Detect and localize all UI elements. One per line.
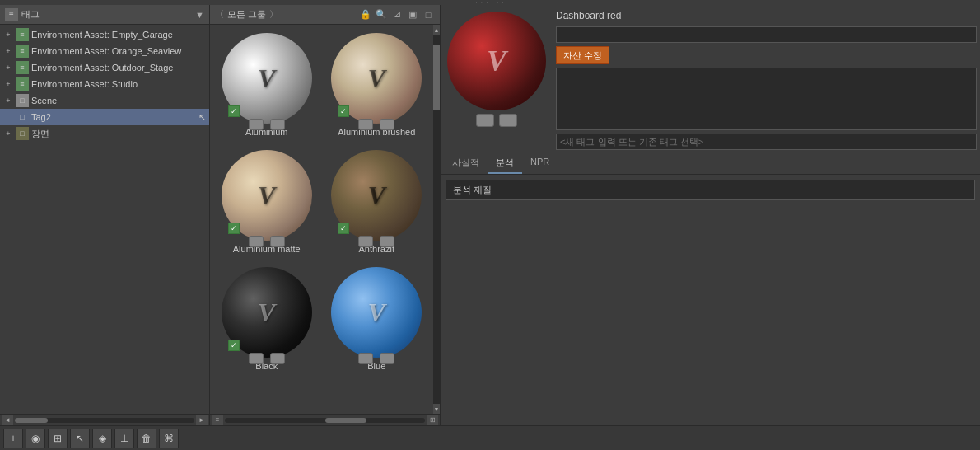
preview-sphere: V: [447, 12, 546, 110]
tree-item-env-outdoor[interactable]: + ≡ Environment Asset: Outdoor_Stage: [0, 59, 209, 76]
preview-area: V: [441, 5, 553, 153]
folder-icon: □: [16, 127, 29, 140]
left-panel-scrollbar: ◄ ►: [0, 414, 209, 425]
material-thumb-wrapper-blue: V: [331, 267, 422, 358]
material-item-anthrazit[interactable]: V ✓ Anthrazit: [325, 147, 429, 257]
toolbar-paint-btn[interactable]: ◈: [92, 429, 112, 448]
tree-item-scene[interactable]: + □ Scene: [0, 92, 209, 109]
sphere-foot-left: [358, 236, 373, 247]
sphere-foot-right: [380, 236, 394, 247]
expand-icon[interactable]: □: [422, 8, 435, 21]
middle-panel: 〈 모든 그룹 〉 🔒 🔍 ⊿ ▣ □ V: [210, 5, 441, 425]
tree-item-env-studio[interactable]: + ≡ Environment Asset: Studio: [0, 76, 209, 92]
middle-bottom-bar: ≡ ⊞: [210, 414, 440, 425]
expand-btn[interactable]: +: [3, 46, 13, 56]
filter-icon[interactable]: ⊿: [390, 8, 404, 21]
checkmark-black: ✓: [228, 340, 240, 351]
header-icons: 🔒 🔍 ⊿ ▣ □: [359, 8, 435, 21]
grid-view-btn[interactable]: ≡: [212, 415, 223, 426]
material-thumb-wrapper-aluminium: V ✓: [222, 33, 312, 124]
material-grid: V ✓ Aluminium: [213, 28, 430, 376]
scroll-thumb: [433, 45, 440, 110]
prop-title: Dashboard red: [556, 8, 977, 23]
env-icon: ≡: [16, 77, 29, 91]
properties-area: Dashboard red 자산 수정: [553, 5, 980, 153]
sphere-foot-left: [358, 353, 373, 364]
material-item-aluminium-matte[interactable]: V ✓ Aluminium matte: [215, 147, 319, 257]
tab-analysis[interactable]: 분석: [488, 153, 522, 174]
expand-btn[interactable]: +: [3, 129, 13, 138]
sphere-feet-black: [249, 353, 285, 364]
expand-btn[interactable]: +: [3, 30, 13, 40]
scroll-track[interactable]: [15, 418, 194, 423]
lock-icon[interactable]: 🔒: [359, 8, 372, 21]
tab-npr[interactable]: NPR: [522, 153, 558, 174]
middle-content: V ✓ Aluminium: [210, 25, 440, 414]
env-icon: ≡: [16, 28, 29, 41]
material-thumb-wrapper-anthrazit: V ✓: [331, 150, 422, 241]
scroll-left-arrow[interactable]: ◄: [2, 415, 13, 426]
tab-facts[interactable]: 사실적: [444, 153, 488, 174]
save-asset-button[interactable]: 자산 수정: [556, 46, 609, 64]
scene-icon: □: [16, 94, 29, 107]
sphere-feet-aluminium: [249, 119, 285, 130]
tree-item-jangmyeon[interactable]: + □ 장면: [0, 125, 209, 142]
scroll-right-arrow[interactable]: ►: [196, 415, 208, 426]
material-item-black[interactable]: V ✓ Black: [215, 264, 319, 374]
expand-btn[interactable]: [3, 112, 13, 122]
tree-label-env-studio: Environment Asset: Studio: [31, 79, 206, 89]
material-item-aluminium[interactable]: V ✓ Aluminium: [215, 30, 319, 140]
toolbar-circle-btn[interactable]: ◉: [26, 429, 45, 448]
description-textarea[interactable]: [556, 68, 977, 130]
sphere-foot-right: [380, 353, 394, 364]
expand-btn[interactable]: +: [3, 79, 13, 89]
scroll-up-arrow[interactable]: ▲: [433, 25, 440, 35]
v-logo-black: V: [258, 298, 275, 328]
scroll-down-arrow[interactable]: ▼: [433, 404, 440, 414]
sphere-feet-matte: [249, 236, 285, 247]
tree-container: + ≡ Environment Asset: Empty_Garage + ≡ …: [0, 25, 209, 414]
analysis-label: 분석 재질: [446, 180, 975, 200]
sphere-foot-right: [270, 236, 285, 247]
preview-foot-left: [476, 114, 494, 127]
toolbar-link-btn[interactable]: ⌘: [159, 429, 179, 448]
material-thumb-wrapper-matte: V ✓: [222, 150, 312, 241]
save-row: 자산 수정: [556, 46, 977, 64]
search-icon[interactable]: 🔍: [375, 8, 388, 21]
v-logo-matte: V: [258, 180, 275, 211]
tree-label-tag2: Tag2: [31, 112, 194, 122]
tag-input[interactable]: [556, 134, 977, 150]
expand-btn[interactable]: +: [3, 63, 13, 73]
cursor-icon: ↖: [198, 112, 206, 123]
toolbar-grid-btn[interactable]: ⊞: [48, 429, 68, 448]
toolbar-pointer-btn[interactable]: ↖: [70, 429, 90, 448]
material-item-aluminium-brushed[interactable]: V ✓ Aluminium brushed: [325, 30, 429, 140]
tree-item-tag2[interactable]: □ Tag2 ↖: [0, 109, 209, 125]
tree-label-jangmyeon: 장면: [31, 128, 206, 140]
expand-btn[interactable]: +: [3, 96, 13, 105]
v-logo-blue: V: [368, 298, 385, 328]
image-icon[interactable]: ▣: [406, 8, 419, 21]
toolbar-delete-btn[interactable]: 🗑: [137, 429, 156, 448]
name-input[interactable]: [556, 26, 977, 43]
scroll-thumb: [15, 418, 48, 423]
material-grid-container: V ✓ Aluminium: [210, 25, 433, 414]
tree-item-env-garage[interactable]: + ≡ Environment Asset: Empty_Garage: [0, 26, 209, 43]
tree-label-env-outdoor: Environment Asset: Outdoor_Stage: [31, 63, 206, 73]
right-panel: V Dashboard red 자산 수정 사실적 분석: [441, 5, 980, 425]
material-thumb-blue: V: [331, 267, 422, 358]
checkmark-anthrazit: ✓: [338, 223, 349, 234]
toolbar-floor-btn[interactable]: ⊥: [114, 429, 134, 448]
tree-item-env-orange[interactable]: + ≡ Environment Asset: Orange_Seaview: [0, 43, 209, 59]
toolbar-add-btn[interactable]: +: [3, 429, 23, 448]
left-panel: ≡ 태그 ▼ + ≡ Environment Asset: Empty_Gara…: [0, 5, 210, 425]
bottom-toolbar: + ◉ ⊞ ↖ ◈ ⊥ 🗑 ⌘: [0, 425, 980, 450]
material-item-blue[interactable]: V Blue: [325, 264, 429, 374]
grid-toggle-btn[interactable]: ⊞: [427, 415, 438, 426]
preview-foot-right: [499, 114, 517, 127]
v-logo-anthrazit: V: [368, 180, 385, 211]
sphere-foot-left: [358, 119, 373, 130]
sphere-foot-right: [270, 353, 285, 364]
bottom-scroll-track[interactable]: [225, 418, 425, 423]
left-panel-dropdown[interactable]: ▼: [195, 10, 204, 20]
